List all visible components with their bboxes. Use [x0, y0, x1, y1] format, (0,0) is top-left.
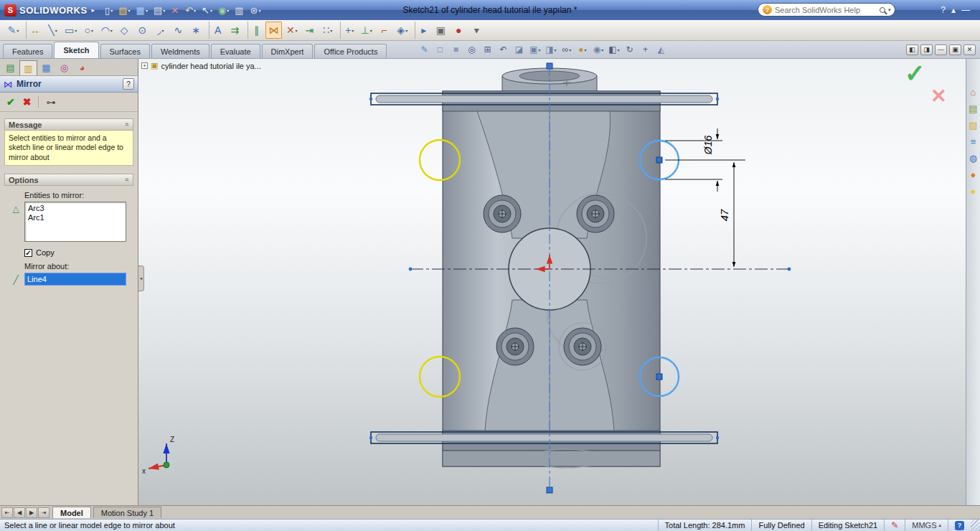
mirror-entities-icon[interactable]: ⋈: [265, 22, 282, 39]
first-sheet-icon[interactable]: ⇤: [1, 507, 13, 518]
graphics-area[interactable]: Ø16 47 Z x: [138, 59, 966, 505]
search-icon[interactable]: [880, 7, 885, 13]
valve-bore[interactable]: [564, 328, 601, 365]
hide-show-items-icon[interactable]: ∞ ▾: [559, 42, 574, 57]
entity-item[interactable]: Arc1: [28, 213, 123, 222]
open-icon[interactable]: ▨ ▾: [116, 2, 133, 18]
configurationmanager-tab-icon[interactable]: ▦: [37, 60, 55, 75]
line-icon[interactable]: ╲ ▾: [44, 22, 61, 39]
rotate-view-icon[interactable]: ↻: [622, 42, 637, 57]
last-sheet-icon[interactable]: ⇥: [38, 507, 50, 518]
rebuild-icon[interactable]: ◉ ▾: [215, 2, 232, 18]
decals-icon[interactable]: ●: [971, 187, 976, 196]
online-resources-icon[interactable]: ◍: [969, 154, 977, 163]
display-relations-icon[interactable]: ⊥ ▾: [358, 22, 374, 39]
quick-snaps-icon[interactable]: ◈ ▾: [394, 22, 410, 39]
view-settings-icon[interactable]: ◧ ▾: [606, 42, 621, 57]
tab-office-products[interactable]: Office Products: [314, 44, 387, 58]
options-section-header[interactable]: Options »: [4, 174, 133, 186]
valve-bore[interactable]: [484, 195, 521, 232]
screen-capture-icon[interactable]: ▣: [433, 22, 449, 39]
tab-sketch[interactable]: Sketch: [54, 42, 98, 58]
file-properties-icon[interactable]: ▥: [232, 2, 247, 18]
extend-entities-icon[interactable]: ⇥: [301, 22, 318, 39]
help-button[interactable]: ?: [123, 78, 134, 90]
pan-icon[interactable]: +: [638, 42, 653, 57]
tab-surfaces[interactable]: Surfaces: [100, 44, 150, 58]
text-icon[interactable]: A: [209, 22, 225, 39]
previous-view-icon[interactable]: ↶: [496, 42, 511, 57]
tree-expand-icon[interactable]: +: [141, 62, 148, 69]
mirror-about-field[interactable]: Line4: [24, 273, 126, 286]
more-options-icon[interactable]: ▾: [468, 22, 485, 39]
tab-dimxpert[interactable]: DimXpert: [262, 44, 314, 58]
entity-item[interactable]: Arc3: [28, 204, 123, 213]
message-section-header[interactable]: Message »: [4, 118, 133, 131]
next-sheet-icon[interactable]: ▶: [26, 507, 37, 518]
toolbox-icon[interactable]: ≡: [971, 137, 976, 146]
move-entities-icon[interactable]: + ▾: [340, 22, 357, 39]
dimxpertmanager-tab-icon[interactable]: ◎: [55, 60, 73, 75]
ok-button[interactable]: ✔: [6, 96, 15, 108]
copy-checkbox[interactable]: ✓: [24, 249, 32, 257]
restore-document-icon[interactable]: ▣: [949, 44, 961, 55]
delete-icon[interactable]: ✕: [168, 2, 182, 18]
search-input[interactable]: [775, 6, 877, 14]
trim-entities-icon[interactable]: ✕ ▾: [283, 22, 300, 39]
valve-bore[interactable]: [577, 195, 614, 232]
smart-dimension-icon[interactable]: ↔: [26, 22, 43, 39]
titlebar-minimize-icon[interactable]: —: [958, 2, 973, 18]
search-caret-icon[interactable]: ▾: [888, 7, 891, 13]
zoom-area-icon[interactable]: ⊞: [480, 42, 495, 57]
ellipse-icon[interactable]: ⊙: [134, 22, 151, 39]
propertymanager-tab-icon[interactable]: ▥: [19, 60, 37, 75]
select-icon[interactable]: ↖ ▾: [199, 2, 215, 18]
zoom-fit-icon[interactable]: ◎: [464, 42, 479, 57]
appearances-icon[interactable]: ●: [971, 170, 976, 179]
shaded-cube-icon[interactable]: ■: [448, 42, 463, 57]
valve-bore[interactable]: [496, 328, 534, 365]
menu-expand-icon[interactable]: ▸: [92, 6, 95, 14]
feature-tree-flyout[interactable]: + ▣ cylinder head tutorial ile ya...: [141, 61, 261, 70]
convert-entities-icon[interactable]: ⇉: [227, 22, 243, 39]
fillet-icon[interactable]: ◞ ▾: [152, 22, 169, 39]
offset-entities-icon[interactable]: ∥: [248, 22, 264, 39]
confirmation-ok-button[interactable]: ✓: [905, 59, 925, 88]
apply-scene-icon[interactable]: ◉ ▾: [590, 42, 606, 57]
sketch-snap-icon[interactable]: ✎: [417, 42, 432, 57]
design-library-icon[interactable]: ▤: [969, 104, 977, 113]
search-box[interactable]: ? ▾: [758, 3, 895, 17]
options-icon[interactable]: ⊛ ▾: [248, 2, 264, 18]
displaymanager-tab-icon[interactable]: ◕: [73, 60, 91, 75]
featuremanager-tab-icon[interactable]: ▤: [1, 60, 19, 75]
tab-weldments[interactable]: Weldments: [151, 44, 209, 58]
new-document-icon[interactable]: ▯ ▾: [102, 2, 116, 18]
section-view-icon[interactable]: ◪: [512, 42, 527, 57]
panel-collapse-handle[interactable]: ◂: [138, 266, 144, 291]
circle-icon[interactable]: ○ ▾: [80, 22, 97, 39]
3d-drawing-view-icon[interactable]: ◭: [654, 42, 669, 57]
pin-button[interactable]: ⊶: [46, 97, 55, 108]
rectangle-icon[interactable]: ▭ ▾: [62, 22, 79, 39]
arc-icon[interactable]: ◠ ▾: [98, 22, 115, 39]
dock-right-icon[interactable]: ◨: [920, 44, 933, 55]
tab-features[interactable]: Features: [3, 44, 52, 58]
length-dimension[interactable]: 47: [665, 160, 745, 267]
units-dropdown[interactable]: MMGS ▴: [905, 520, 948, 531]
prev-sheet-icon[interactable]: ◀: [14, 507, 25, 518]
titlebar-expand-icon[interactable]: ▴: [948, 2, 958, 18]
spline-icon[interactable]: ∿: [170, 22, 187, 39]
minimize-document-icon[interactable]: —: [935, 44, 947, 55]
record-video-icon[interactable]: ●: [451, 22, 467, 39]
polygon-icon[interactable]: ◇: [116, 22, 133, 39]
save-icon[interactable]: ▦ ▾: [133, 2, 151, 18]
rapid-sketch-icon[interactable]: ▸: [415, 22, 431, 39]
tab-model[interactable]: Model: [52, 507, 91, 518]
graphics-viewport[interactable]: Ø16 47 Z x + ▣ cylinder head tutorial il…: [138, 59, 966, 505]
dock-left-icon[interactable]: ◧: [906, 44, 918, 55]
entities-listbox[interactable]: Arc3 Arc1: [24, 202, 126, 242]
edit-appearance-icon[interactable]: ● ▾: [575, 42, 590, 57]
point-icon[interactable]: ∗: [188, 22, 204, 39]
undo-icon[interactable]: ↶ ▾: [182, 2, 199, 18]
quick-tips-icon[interactable]: ?: [955, 521, 964, 530]
